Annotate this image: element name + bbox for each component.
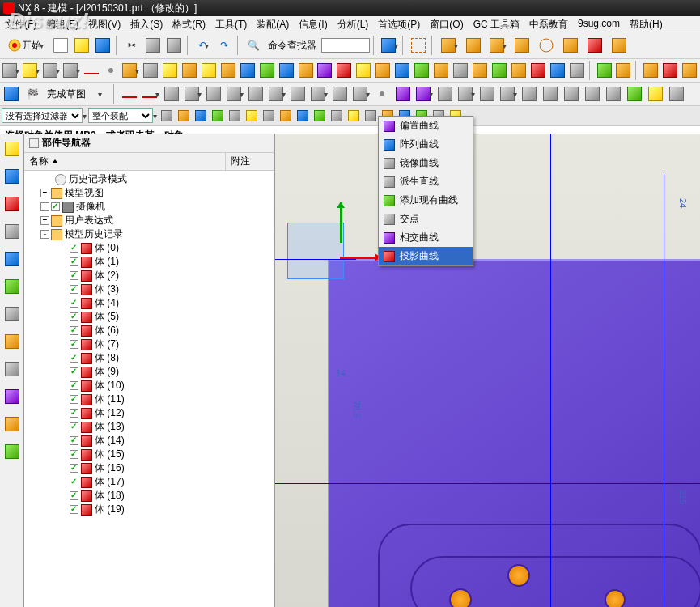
tree-body-item[interactable]: 体 (19) bbox=[26, 503, 273, 516]
ribbon-btn-7[interactable] bbox=[3, 333, 21, 350]
view-top-button[interactable] bbox=[559, 34, 582, 57]
tree-body-item[interactable]: 体 (8) bbox=[26, 351, 273, 365]
feature-btn-18[interactable] bbox=[354, 61, 372, 80]
tree-body-item[interactable]: 体 (2) bbox=[26, 269, 273, 282]
copy-button[interactable] bbox=[143, 36, 163, 55]
menu-item-偏置曲线[interactable]: 偏置曲线 bbox=[379, 117, 473, 135]
tree-body-item[interactable]: 体 (4) bbox=[26, 296, 273, 310]
sketch-btn-2[interactable] bbox=[162, 84, 181, 104]
cmd-finder-button[interactable]: 🔍 bbox=[244, 36, 263, 55]
feature-btn-5[interactable] bbox=[102, 61, 120, 80]
checkbox-icon[interactable] bbox=[70, 340, 78, 349]
checkbox-icon[interactable] bbox=[70, 244, 78, 253]
sel-btn-9[interactable] bbox=[312, 108, 328, 124]
open-button[interactable] bbox=[72, 36, 91, 55]
checkbox-icon[interactable] bbox=[70, 312, 78, 321]
feature-btn-0[interactable]: ▾ bbox=[2, 61, 20, 80]
menu-item-投影曲线[interactable]: 投影曲线 bbox=[379, 247, 473, 265]
menu-分析(L)[interactable]: 分析(L) bbox=[333, 16, 374, 32]
checkbox-icon[interactable] bbox=[51, 202, 60, 211]
paste-button[interactable] bbox=[164, 36, 184, 55]
feature-btn-12[interactable] bbox=[239, 61, 257, 80]
feature-btn-21[interactable] bbox=[413, 61, 431, 80]
checkbox-icon[interactable] bbox=[70, 409, 78, 418]
feature-btn-1[interactable]: ▾ bbox=[22, 61, 40, 80]
menu-9sug.com[interactable]: 9sug.com bbox=[573, 16, 625, 32]
tree-body-item[interactable]: 体 (9) bbox=[26, 365, 273, 379]
start-button[interactable]: 开始▾ bbox=[2, 36, 49, 55]
feature-btn-20[interactable] bbox=[393, 61, 411, 80]
tree-body-item[interactable]: 体 (1) bbox=[26, 255, 273, 269]
menu-首选项(P)[interactable]: 首选项(P) bbox=[373, 16, 425, 32]
feature-btn-22[interactable] bbox=[432, 61, 450, 80]
tree-item[interactable]: +模型视图 bbox=[26, 186, 273, 200]
col-name[interactable]: 名称 bbox=[24, 153, 226, 170]
sel-btn-6[interactable] bbox=[261, 108, 277, 124]
feature-btn-32[interactable] bbox=[615, 61, 633, 80]
viewport[interactable]: 24 14. 78.5 215 bbox=[275, 134, 700, 607]
tree-body-item[interactable]: 体 (7) bbox=[26, 337, 273, 351]
checkbox-icon[interactable] bbox=[70, 299, 78, 308]
checkbox-icon[interactable] bbox=[70, 422, 78, 431]
tree-item[interactable]: +用户表达式 bbox=[26, 214, 273, 227]
expand-icon[interactable]: + bbox=[40, 189, 49, 197]
sketch-btn-1[interactable]: ▾ bbox=[141, 84, 160, 104]
sketch-btn-24[interactable] bbox=[625, 84, 644, 104]
sketch-btn-10[interactable] bbox=[330, 84, 350, 104]
ribbon-btn-5[interactable] bbox=[3, 278, 21, 295]
undo-button[interactable]: ↶▾ bbox=[193, 36, 213, 55]
view-sphere-button[interactable] bbox=[535, 34, 558, 57]
save-button[interactable] bbox=[93, 36, 112, 55]
view-iso-button[interactable] bbox=[511, 34, 533, 57]
sel-btn-5[interactable] bbox=[244, 108, 260, 124]
navigator-tree[interactable]: 历史记录模式+模型视图+摄像机+用户表达式-模型历史记录体 (0)体 (1)体 … bbox=[24, 171, 274, 607]
sketch-btn-11[interactable]: ▾ bbox=[351, 84, 371, 104]
feature-btn-35[interactable] bbox=[661, 61, 679, 80]
feature-btn-6[interactable]: ▾ bbox=[121, 61, 140, 80]
checkbox-icon[interactable] bbox=[70, 464, 78, 473]
new-button[interactable] bbox=[51, 36, 70, 55]
sketch-btn-12[interactable] bbox=[372, 84, 392, 104]
sel-btn-2[interactable] bbox=[193, 108, 209, 124]
ribbon-btn-3[interactable] bbox=[3, 223, 21, 240]
feature-btn-27[interactable] bbox=[529, 61, 547, 80]
menu-信息(I)[interactable]: 信息(I) bbox=[294, 16, 332, 32]
tree-body-item[interactable]: 体 (0) bbox=[26, 241, 273, 255]
expand-icon[interactable]: + bbox=[40, 202, 49, 211]
feature-btn-19[interactable] bbox=[374, 61, 392, 80]
sketch-btn-3[interactable]: ▾ bbox=[183, 84, 202, 104]
checkbox-icon[interactable] bbox=[70, 354, 78, 363]
checkbox-icon[interactable] bbox=[70, 478, 78, 486]
sketch-btn-22[interactable] bbox=[583, 84, 602, 104]
feature-btn-2[interactable]: ▾ bbox=[42, 61, 61, 80]
menu-中磊教育[interactable]: 中磊教育 bbox=[524, 16, 573, 32]
tree-body-item[interactable]: 体 (10) bbox=[26, 379, 273, 393]
sel-btn-7[interactable] bbox=[278, 108, 294, 124]
checkbox-icon[interactable] bbox=[70, 271, 78, 280]
ribbon-btn-0[interactable] bbox=[3, 140, 21, 158]
cmd-finder-input[interactable] bbox=[321, 38, 370, 53]
ribbon-btn-8[interactable] bbox=[3, 360, 21, 378]
tree-body-item[interactable]: 体 (3) bbox=[26, 282, 273, 296]
ribbon-btn-11[interactable] bbox=[3, 443, 21, 461]
sketch-btn-0[interactable] bbox=[120, 84, 139, 104]
wireframe-button[interactable]: ▾ bbox=[438, 34, 460, 57]
sel-btn-12[interactable] bbox=[363, 108, 379, 124]
ribbon-btn-1[interactable] bbox=[3, 168, 21, 185]
ribbon-btn-2[interactable] bbox=[3, 195, 21, 213]
sketch-btn-25[interactable] bbox=[646, 84, 665, 104]
tree-body-item[interactable]: 体 (18) bbox=[26, 489, 273, 503]
menu-工具(T)[interactable]: 工具(T) bbox=[210, 16, 252, 32]
render-button[interactable]: ▾ bbox=[486, 34, 509, 57]
feature-btn-28[interactable] bbox=[549, 61, 566, 80]
expand-icon[interactable]: - bbox=[40, 230, 49, 239]
sketch-plane-button[interactable] bbox=[2, 84, 21, 104]
feature-btn-17[interactable] bbox=[335, 61, 353, 80]
checkbox-icon[interactable] bbox=[70, 505, 78, 514]
sketch-btn-17[interactable] bbox=[477, 84, 497, 104]
sel-btn-3[interactable] bbox=[210, 108, 226, 124]
tree-body-item[interactable]: 体 (13) bbox=[26, 420, 273, 434]
sketch-btn-26[interactable] bbox=[667, 84, 686, 104]
tree-item[interactable]: -模型历史记录 bbox=[26, 227, 273, 241]
menu-item-派生直线[interactable]: 派生直线 bbox=[379, 172, 473, 191]
